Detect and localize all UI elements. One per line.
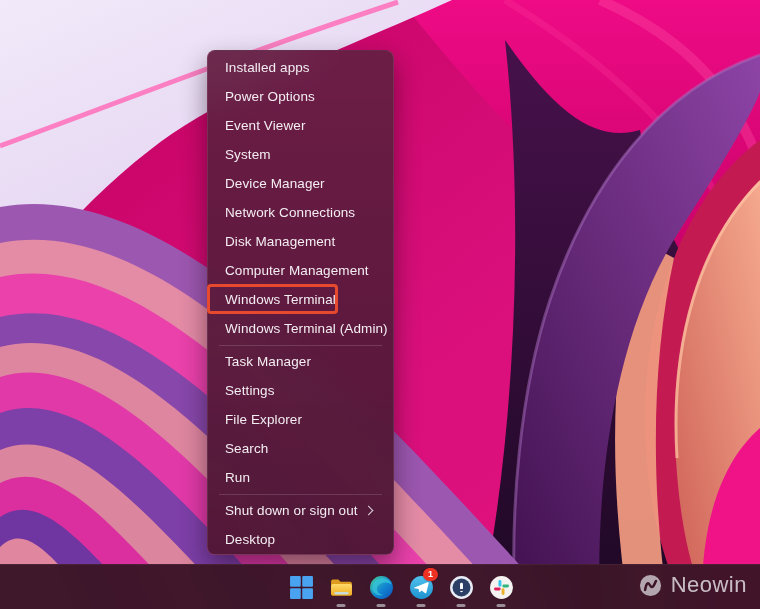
menu-item-label: Power Options [225,82,315,111]
menu-separator [219,345,382,346]
menu-item-windows-terminal[interactable]: Windows Terminal [210,285,391,314]
menu-item-search[interactable]: Search [210,434,391,463]
running-indicator [497,604,506,607]
taskbar-icon-group: 1 [281,565,521,609]
file-explorer-taskbar-button[interactable] [321,565,361,609]
running-indicator [457,604,466,607]
menu-item-label: Windows Terminal [225,285,336,314]
menu-item-settings[interactable]: Settings [210,376,391,405]
taskbar: 1 [0,564,760,609]
menu-item-installed-apps[interactable]: Installed apps [210,53,391,82]
slack-icon [489,575,514,600]
menu-item-label: File Explorer [225,405,302,434]
onepassword-icon [449,575,474,600]
desktop: Installed apps Power Options Event Viewe… [0,0,760,609]
running-indicator [377,604,386,607]
windows-start-icon [289,575,314,600]
menu-item-label: Event Viewer [225,111,306,140]
telegram-notification-badge: 1 [423,568,438,581]
slack-taskbar-button[interactable] [481,565,521,609]
menu-item-system[interactable]: System [210,140,391,169]
menu-item-label: Task Manager [225,347,311,376]
menu-item-device-manager[interactable]: Device Manager [210,169,391,198]
running-indicator [417,604,426,607]
menu-item-power-options[interactable]: Power Options [210,82,391,111]
menu-item-desktop[interactable]: Desktop [210,525,391,554]
neowin-watermark: Neowin [639,570,747,600]
menu-item-label: Search [225,434,268,463]
submenu-chevron-icon [364,506,374,516]
winx-context-menu: Installed apps Power Options Event Viewe… [207,50,394,555]
menu-separator [219,494,382,495]
menu-item-label: Shut down or sign out [225,496,358,525]
menu-item-label: Installed apps [225,53,310,82]
onepassword-taskbar-button[interactable] [441,565,481,609]
menu-item-task-manager[interactable]: Task Manager [210,347,391,376]
menu-item-network-connections[interactable]: Network Connections [210,198,391,227]
menu-item-label: Device Manager [225,169,325,198]
microsoft-edge-icon [369,575,394,600]
menu-item-label: Network Connections [225,198,355,227]
menu-item-computer-management[interactable]: Computer Management [210,256,391,285]
menu-item-label: Desktop [225,525,275,554]
menu-item-label: Settings [225,376,275,405]
start-button[interactable] [281,565,321,609]
neowin-logo-icon [639,574,662,597]
file-explorer-icon [329,575,354,600]
menu-item-label: Computer Management [225,256,369,285]
menu-item-run[interactable]: Run [210,463,391,492]
menu-item-shut-down-or-sign-out[interactable]: Shut down or sign out [210,496,391,525]
edge-taskbar-button[interactable] [361,565,401,609]
menu-item-event-viewer[interactable]: Event Viewer [210,111,391,140]
menu-item-file-explorer[interactable]: File Explorer [210,405,391,434]
menu-item-windows-terminal-admin[interactable]: Windows Terminal (Admin) [210,314,391,343]
neowin-watermark-text: Neowin [671,572,747,598]
menu-item-label: System [225,140,271,169]
menu-item-disk-management[interactable]: Disk Management [210,227,391,256]
menu-item-label: Run [225,463,250,492]
menu-item-label: Windows Terminal (Admin) [225,314,388,343]
running-indicator [337,604,346,607]
menu-item-label: Disk Management [225,227,335,256]
telegram-taskbar-button[interactable]: 1 [401,565,441,609]
